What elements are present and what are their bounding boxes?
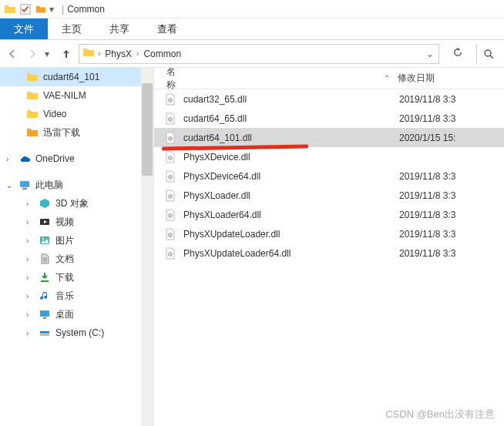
check-icon[interactable] [18,2,32,16]
expand-icon[interactable]: › [26,255,34,263]
sidebar-item-label: System (C:) [55,327,104,338]
dll-file-icon [163,208,177,222]
navigation-sidebar: cudart64_101 VAE-NILM Video 迅雷下载 › OneDr… [0,68,154,426]
file-row[interactable]: PhysXDevice.dll [154,147,504,166]
svg-point-27 [170,234,171,236]
breadcrumb-item[interactable]: Common [142,49,183,59]
folder-small-icon[interactable] [34,2,48,16]
folder-icon [26,89,39,102]
column-date[interactable]: 修改日期 [390,72,435,85]
svg-rect-9 [43,317,46,319]
history-dropdown-icon[interactable]: ▾ [45,49,54,59]
nav-buttons: ▾ [5,46,74,62]
ribbon-tabs: 文件 主页 共享 查看 [0,18,504,40]
sidebar-item[interactable]: 迅雷下载 [0,123,153,142]
drive-icon [39,327,51,339]
folder-icon [26,108,39,120]
expand-icon[interactable]: › [26,329,34,337]
file-date: 2020/1/15 15: [399,132,455,143]
column-name[interactable]: 名称 ⌃ [154,68,390,92]
sidebar-item-label: Video [43,109,66,119]
sidebar-item[interactable]: Video [0,105,153,123]
file-row[interactable]: cudart64_101.dll2020/1/15 15: [154,128,504,147]
refresh-button[interactable] [452,46,464,61]
svg-point-23 [170,196,171,197]
music-icon [39,290,51,302]
sidebar-item[interactable]: › 视频 [0,213,153,231]
sidebar-item-onedrive[interactable]: › OneDrive [0,149,153,168]
window-title: Common [67,4,105,15]
dll-file-icon [163,112,177,126]
3d-objects-icon [39,197,51,210]
svg-rect-3 [22,188,27,190]
expand-icon[interactable]: › [26,273,34,282]
file-row[interactable]: PhysXLoader64.dll2019/11/8 3:3 [154,205,504,224]
onedrive-icon [18,153,31,165]
folder-icon [82,46,95,61]
svg-point-25 [170,215,171,216]
file-list: 名称 ⌃ 修改日期 cudart32_65.dll2019/11/8 3:3cu… [154,68,504,426]
sidebar-item-label: 迅雷下载 [43,126,80,139]
content-area: cudart64_101 VAE-NILM Video 迅雷下载 › OneDr… [0,68,504,426]
svg-rect-11 [40,331,49,333]
sidebar-item[interactable]: › 桌面 [0,305,153,324]
sidebar-item-label: VAE-NILM [43,90,86,101]
file-name: cudart64_65.dll [183,113,399,124]
scrollbar[interactable] [141,68,153,426]
tab-file[interactable]: 文件 [0,18,48,39]
search-button[interactable] [476,44,499,64]
file-row[interactable]: cudart64_65.dll2019/11/8 3:3 [154,109,504,128]
file-name: PhysXUpdateLoader.dll [183,229,399,240]
sidebar-item[interactable]: › 音乐 [0,287,153,305]
address-dropdown-icon[interactable]: ⌄ [426,49,435,59]
collapse-icon[interactable]: ⌄ [6,181,14,190]
sidebar-item-thispc[interactable]: ⌄ 此电脑 [0,176,153,194]
file-name: PhysXDevice.dll [183,152,399,163]
sidebar-item[interactable]: › 图片 [0,231,153,250]
svg-point-29 [170,253,171,255]
file-row[interactable]: PhysXUpdateLoader64.dll2019/11/8 3:3 [154,243,504,263]
expand-icon[interactable]: › [26,310,34,319]
file-row[interactable]: PhysXLoader.dll2019/11/8 3:3 [154,186,504,205]
tab-view[interactable]: 查看 [143,18,191,39]
sidebar-item[interactable]: VAE-NILM [0,86,153,105]
tab-home[interactable]: 主页 [48,18,96,39]
sidebar-item[interactable]: › System (C:) [0,324,153,342]
up-button[interactable] [59,46,74,62]
scrollbar-thumb[interactable] [142,83,153,176]
sidebar-item-label: 下载 [55,271,74,284]
title-separator: | [62,4,64,15]
expand-icon[interactable]: › [26,218,34,226]
sidebar-item-selected[interactable]: cudart64_101 [0,68,153,86]
expand-icon[interactable]: › [26,200,34,208]
tab-share[interactable]: 共享 [96,18,143,39]
sidebar-item-label: 音乐 [55,290,74,303]
desktop-icon [39,308,51,320]
breadcrumb-item[interactable]: PhysX [103,49,133,59]
expand-icon[interactable]: › [6,155,14,163]
sidebar-item-label: OneDrive [35,153,75,164]
back-button[interactable] [5,46,20,62]
sidebar-item[interactable]: › 下载 [0,268,153,287]
file-date: 2019/11/8 3:3 [399,248,455,259]
forward-button[interactable] [25,46,40,62]
videos-icon [39,216,51,228]
column-headers: 名称 ⌃ 修改日期 [154,68,504,89]
sidebar-item[interactable]: › 文档 [0,250,153,268]
file-row[interactable]: PhysXUpdateLoader.dll2019/11/8 3:3 [154,224,504,243]
dll-file-icon [163,131,177,145]
chevron-right-icon[interactable]: › [136,49,139,58]
sidebar-item[interactable]: › 3D 对象 [0,194,153,213]
qat-dropdown-icon[interactable]: ▾ [49,4,59,15]
sidebar-item-label: 文档 [55,253,74,266]
dll-file-icon [163,247,177,260]
expand-icon[interactable]: › [26,236,34,245]
svg-point-21 [170,176,171,178]
file-row[interactable]: cudart32_65.dll2019/11/8 3:3 [154,89,504,109]
dll-file-icon [163,169,177,183]
address-bar[interactable]: › PhysX › Common ⌄ [79,44,439,64]
file-name: cudart64_101.dll [183,132,399,143]
file-row[interactable]: PhysXDevice64.dll2019/11/8 3:3 [154,166,504,186]
expand-icon[interactable]: › [26,292,34,300]
chevron-right-icon[interactable]: › [98,49,100,58]
